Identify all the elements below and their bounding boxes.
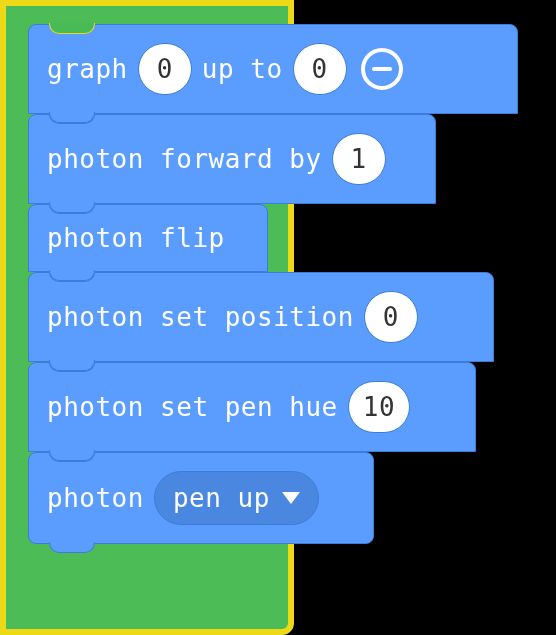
dropdown-label: pen up (173, 483, 270, 513)
position-input[interactable]: 0 (364, 291, 418, 343)
block-photon-flip[interactable]: photon flip (28, 204, 268, 272)
block-photon-set-pen-hue[interactable]: photon set pen hue 10 (28, 362, 476, 452)
chevron-down-icon (282, 492, 300, 504)
graph-to-input[interactable]: 0 (293, 43, 347, 95)
block-stack: graph 0 up to 0 photon forward by 1 phot… (28, 24, 518, 544)
block-photon-forward[interactable]: photon forward by 1 (28, 114, 436, 204)
label: photon (47, 483, 144, 513)
block-graph[interactable]: graph 0 up to 0 (28, 24, 518, 114)
label: photon set pen hue (47, 392, 338, 422)
minus-icon[interactable] (361, 48, 403, 90)
pen-dropdown[interactable]: pen up (154, 471, 319, 525)
label: photon flip (47, 223, 225, 253)
label: photon forward by (47, 144, 322, 174)
graph-from-input[interactable]: 0 (138, 43, 192, 95)
hue-input[interactable]: 10 (348, 381, 410, 433)
label: up to (202, 54, 283, 84)
label: photon set position (47, 302, 354, 332)
label: graph (47, 54, 128, 84)
forward-input[interactable]: 1 (332, 133, 386, 185)
block-photon-set-position[interactable]: photon set position 0 (28, 272, 494, 362)
block-photon-pen[interactable]: photon pen up (28, 452, 374, 544)
